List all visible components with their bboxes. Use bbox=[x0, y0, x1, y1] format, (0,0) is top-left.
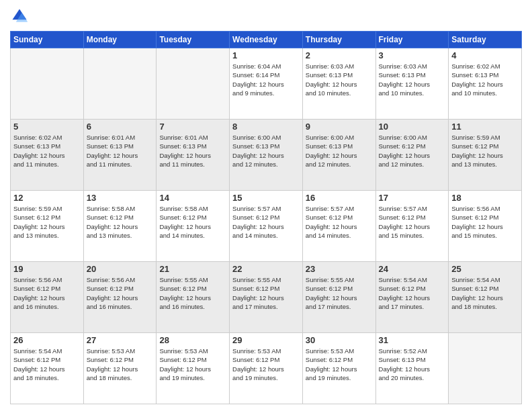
day-number: 6 bbox=[87, 122, 154, 132]
calendar-week-row: 19Sunrise: 5:56 AM Sunset: 6:12 PM Dayli… bbox=[11, 262, 522, 333]
day-info: Sunrise: 5:54 AM Sunset: 6:12 PM Dayligh… bbox=[379, 275, 446, 311]
calendar-day-cell: 24Sunrise: 5:54 AM Sunset: 6:12 PM Dayli… bbox=[375, 262, 449, 333]
day-number: 17 bbox=[379, 193, 446, 203]
logo-icon bbox=[10, 7, 29, 26]
weekday-header: Wednesday bbox=[230, 32, 303, 48]
weekday-header: Monday bbox=[83, 32, 157, 48]
calendar-day-cell: 2Sunrise: 6:03 AM Sunset: 6:13 PM Daylig… bbox=[302, 48, 375, 120]
day-info: Sunrise: 6:03 AM Sunset: 6:13 PM Dayligh… bbox=[379, 62, 446, 97]
calendar-day-cell bbox=[449, 333, 522, 404]
day-number: 10 bbox=[379, 122, 446, 132]
calendar-day-cell bbox=[11, 48, 84, 120]
day-number: 25 bbox=[451, 264, 519, 274]
day-info: Sunrise: 5:58 AM Sunset: 6:12 PM Dayligh… bbox=[87, 204, 154, 240]
day-number: 7 bbox=[159, 122, 226, 132]
calendar-day-cell: 10Sunrise: 6:00 AM Sunset: 6:12 PM Dayli… bbox=[375, 120, 449, 191]
calendar-header-row: SundayMondayTuesdayWednesdayThursdayFrid… bbox=[11, 32, 522, 48]
day-number: 30 bbox=[306, 335, 373, 345]
day-number: 18 bbox=[451, 193, 519, 203]
calendar-day-cell: 25Sunrise: 5:54 AM Sunset: 6:12 PM Dayli… bbox=[449, 262, 522, 333]
day-info: Sunrise: 6:01 AM Sunset: 6:13 PM Dayligh… bbox=[87, 133, 154, 169]
day-info: Sunrise: 6:00 AM Sunset: 6:13 PM Dayligh… bbox=[306, 133, 373, 169]
calendar-day-cell: 11Sunrise: 5:59 AM Sunset: 6:12 PM Dayli… bbox=[449, 120, 522, 191]
day-number: 19 bbox=[13, 264, 81, 274]
calendar-day-cell: 9Sunrise: 6:00 AM Sunset: 6:13 PM Daylig… bbox=[302, 120, 375, 191]
day-info: Sunrise: 5:53 AM Sunset: 6:12 PM Dayligh… bbox=[87, 347, 154, 382]
calendar-day-cell: 5Sunrise: 6:02 AM Sunset: 6:13 PM Daylig… bbox=[11, 120, 84, 191]
day-number: 21 bbox=[159, 264, 226, 274]
day-info: Sunrise: 5:57 AM Sunset: 6:12 PM Dayligh… bbox=[232, 204, 300, 240]
calendar-day-cell: 15Sunrise: 5:57 AM Sunset: 6:12 PM Dayli… bbox=[230, 191, 303, 262]
day-number: 1 bbox=[232, 50, 300, 60]
day-number: 24 bbox=[379, 264, 446, 274]
weekday-header: Friday bbox=[375, 32, 449, 48]
day-info: Sunrise: 5:57 AM Sunset: 6:12 PM Dayligh… bbox=[306, 204, 373, 240]
day-info: Sunrise: 5:55 AM Sunset: 6:12 PM Dayligh… bbox=[159, 275, 226, 311]
calendar: SundayMondayTuesdayWednesdayThursdayFrid… bbox=[10, 31, 522, 404]
calendar-day-cell bbox=[83, 48, 157, 120]
calendar-day-cell: 21Sunrise: 5:55 AM Sunset: 6:12 PM Dayli… bbox=[157, 262, 230, 333]
logo bbox=[10, 7, 32, 26]
calendar-week-row: 26Sunrise: 5:54 AM Sunset: 6:12 PM Dayli… bbox=[11, 333, 522, 404]
calendar-day-cell: 20Sunrise: 5:56 AM Sunset: 6:12 PM Dayli… bbox=[83, 262, 157, 333]
day-info: Sunrise: 6:00 AM Sunset: 6:13 PM Dayligh… bbox=[232, 133, 300, 169]
calendar-day-cell: 31Sunrise: 5:52 AM Sunset: 6:13 PM Dayli… bbox=[375, 333, 449, 404]
day-info: Sunrise: 5:52 AM Sunset: 6:13 PM Dayligh… bbox=[379, 347, 446, 382]
weekday-header: Tuesday bbox=[157, 32, 230, 48]
day-number: 2 bbox=[306, 50, 373, 60]
day-info: Sunrise: 6:02 AM Sunset: 6:13 PM Dayligh… bbox=[13, 133, 81, 169]
weekday-header: Sunday bbox=[11, 32, 84, 48]
day-info: Sunrise: 5:59 AM Sunset: 6:12 PM Dayligh… bbox=[451, 133, 519, 169]
day-number: 29 bbox=[232, 335, 300, 345]
day-info: Sunrise: 5:53 AM Sunset: 6:12 PM Dayligh… bbox=[306, 347, 373, 382]
calendar-day-cell: 6Sunrise: 6:01 AM Sunset: 6:13 PM Daylig… bbox=[83, 120, 157, 191]
day-number: 15 bbox=[232, 193, 300, 203]
calendar-day-cell: 23Sunrise: 5:55 AM Sunset: 6:12 PM Dayli… bbox=[302, 262, 375, 333]
day-number: 12 bbox=[13, 193, 81, 203]
header bbox=[10, 7, 522, 26]
day-number: 11 bbox=[451, 122, 519, 132]
calendar-week-row: 12Sunrise: 5:59 AM Sunset: 6:12 PM Dayli… bbox=[11, 191, 522, 262]
day-number: 27 bbox=[87, 335, 154, 345]
day-info: Sunrise: 5:56 AM Sunset: 6:12 PM Dayligh… bbox=[13, 275, 81, 311]
day-info: Sunrise: 5:54 AM Sunset: 6:12 PM Dayligh… bbox=[13, 347, 81, 382]
day-number: 9 bbox=[306, 122, 373, 132]
weekday-header: Thursday bbox=[302, 32, 375, 48]
day-info: Sunrise: 5:53 AM Sunset: 6:12 PM Dayligh… bbox=[232, 347, 300, 382]
day-info: Sunrise: 6:03 AM Sunset: 6:13 PM Dayligh… bbox=[306, 62, 373, 97]
calendar-day-cell: 1Sunrise: 6:04 AM Sunset: 6:14 PM Daylig… bbox=[230, 48, 303, 120]
day-info: Sunrise: 5:54 AM Sunset: 6:12 PM Dayligh… bbox=[451, 275, 519, 311]
calendar-day-cell: 19Sunrise: 5:56 AM Sunset: 6:12 PM Dayli… bbox=[11, 262, 84, 333]
day-info: Sunrise: 5:59 AM Sunset: 6:12 PM Dayligh… bbox=[13, 204, 81, 240]
day-info: Sunrise: 5:58 AM Sunset: 6:12 PM Dayligh… bbox=[159, 204, 226, 240]
calendar-day-cell: 22Sunrise: 5:55 AM Sunset: 6:12 PM Dayli… bbox=[230, 262, 303, 333]
day-number: 8 bbox=[232, 122, 300, 132]
day-number: 16 bbox=[306, 193, 373, 203]
day-info: Sunrise: 5:53 AM Sunset: 6:12 PM Dayligh… bbox=[159, 347, 226, 382]
calendar-day-cell: 16Sunrise: 5:57 AM Sunset: 6:12 PM Dayli… bbox=[302, 191, 375, 262]
calendar-day-cell: 13Sunrise: 5:58 AM Sunset: 6:12 PM Dayli… bbox=[83, 191, 157, 262]
day-number: 22 bbox=[232, 264, 300, 274]
weekday-header: Saturday bbox=[449, 32, 522, 48]
calendar-day-cell: 14Sunrise: 5:58 AM Sunset: 6:12 PM Dayli… bbox=[157, 191, 230, 262]
calendar-day-cell bbox=[157, 48, 230, 120]
day-info: Sunrise: 6:00 AM Sunset: 6:12 PM Dayligh… bbox=[379, 133, 446, 169]
calendar-day-cell: 17Sunrise: 5:57 AM Sunset: 6:12 PM Dayli… bbox=[375, 191, 449, 262]
day-number: 26 bbox=[13, 335, 81, 345]
calendar-week-row: 5Sunrise: 6:02 AM Sunset: 6:13 PM Daylig… bbox=[11, 120, 522, 191]
calendar-day-cell: 30Sunrise: 5:53 AM Sunset: 6:12 PM Dayli… bbox=[302, 333, 375, 404]
day-info: Sunrise: 6:02 AM Sunset: 6:13 PM Dayligh… bbox=[451, 62, 519, 97]
day-number: 3 bbox=[379, 50, 446, 60]
day-info: Sunrise: 5:57 AM Sunset: 6:12 PM Dayligh… bbox=[379, 204, 446, 240]
calendar-day-cell: 29Sunrise: 5:53 AM Sunset: 6:12 PM Dayli… bbox=[230, 333, 303, 404]
calendar-day-cell: 8Sunrise: 6:00 AM Sunset: 6:13 PM Daylig… bbox=[230, 120, 303, 191]
calendar-day-cell: 7Sunrise: 6:01 AM Sunset: 6:13 PM Daylig… bbox=[157, 120, 230, 191]
day-info: Sunrise: 5:56 AM Sunset: 6:12 PM Dayligh… bbox=[87, 275, 154, 311]
day-info: Sunrise: 5:56 AM Sunset: 6:12 PM Dayligh… bbox=[451, 204, 519, 240]
day-info: Sunrise: 5:55 AM Sunset: 6:12 PM Dayligh… bbox=[232, 275, 300, 311]
day-number: 13 bbox=[87, 193, 154, 203]
calendar-day-cell: 28Sunrise: 5:53 AM Sunset: 6:12 PM Dayli… bbox=[157, 333, 230, 404]
day-number: 23 bbox=[306, 264, 373, 274]
calendar-day-cell: 27Sunrise: 5:53 AM Sunset: 6:12 PM Dayli… bbox=[83, 333, 157, 404]
day-number: 20 bbox=[87, 264, 154, 274]
